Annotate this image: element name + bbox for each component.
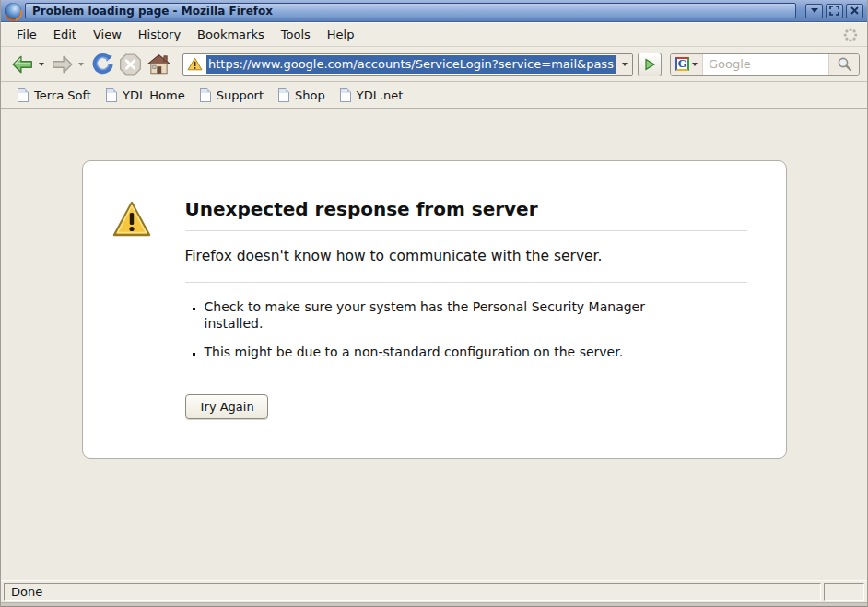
- maximize-button[interactable]: [826, 4, 843, 18]
- chevron-down-icon: [622, 63, 628, 66]
- bookmark-label: Support: [217, 88, 264, 102]
- home-icon: [147, 53, 171, 76]
- warning-triangle-icon: [111, 200, 152, 242]
- page-content: Unexpected response from server Firefox …: [1, 109, 867, 580]
- navigation-toolbar: https://www.google.com/accounts/ServiceL…: [1, 47, 867, 82]
- forward-arrow-icon: [50, 53, 75, 76]
- bookmark-label: Shop: [295, 88, 325, 102]
- url-text-selected: https://www.google.com/accounts/ServiceL…: [206, 55, 616, 74]
- error-card: Unexpected response from server Firefox …: [82, 160, 787, 459]
- reload-button[interactable]: [88, 51, 116, 78]
- chevron-down-icon: [692, 63, 698, 66]
- bookmark-terra-soft[interactable]: Terra Soft: [10, 86, 99, 105]
- menu-help[interactable]: Help: [319, 25, 363, 44]
- go-button[interactable]: [638, 53, 662, 76]
- maximize-icon: [829, 6, 839, 16]
- menubar: File Edit View History Bookmarks Tools H…: [1, 22, 867, 47]
- bookmark-label: YDL Home: [123, 88, 185, 102]
- minimize-button[interactable]: [805, 4, 823, 18]
- window-title: Problem loading page - Mozilla Firefox: [25, 3, 796, 18]
- search-submit-button[interactable]: [828, 54, 859, 75]
- go-arrow-icon: [642, 57, 657, 72]
- minimize-icon: [809, 6, 820, 15]
- back-button[interactable]: [8, 51, 37, 78]
- home-button[interactable]: [145, 51, 173, 78]
- search-box: G: [670, 53, 860, 76]
- menu-history[interactable]: History: [130, 25, 189, 44]
- bookmarks-toolbar: Terra Soft YDL Home Support Shop YDL.net: [1, 82, 867, 109]
- stop-button[interactable]: [116, 51, 145, 78]
- bookmark-ydl-net[interactable]: YDL.net: [333, 86, 411, 105]
- menu-tools[interactable]: Tools: [273, 25, 319, 44]
- bookmark-label: Terra Soft: [34, 88, 91, 102]
- firefox-logo-icon: [5, 3, 21, 19]
- try-again-button[interactable]: Try Again: [185, 394, 268, 419]
- status-bar: Done: [1, 580, 867, 602]
- error-body: Unexpected response from server Firefox …: [185, 161, 747, 419]
- throbber-icon: [843, 28, 860, 42]
- bookmark-ydl-home[interactable]: YDL Home: [99, 86, 193, 105]
- bookmark-page-icon: [340, 88, 351, 102]
- titlebar[interactable]: Problem loading page - Mozilla Firefox: [1, 0, 867, 22]
- bookmark-support[interactable]: Support: [193, 86, 271, 105]
- search-icon: [837, 56, 852, 72]
- error-description: Firefox doesn't know how to communicate …: [185, 248, 747, 283]
- window-frame-bottom: [1, 602, 867, 607]
- forward-button[interactable]: [48, 51, 76, 78]
- list-item: Check to make sure your system has the P…: [205, 299, 693, 333]
- window-controls: [805, 4, 863, 18]
- browser-window: Problem loading page - Mozilla Firefox F…: [0, 0, 868, 607]
- search-input[interactable]: [703, 57, 828, 71]
- url-history-dropdown[interactable]: [616, 54, 632, 75]
- search-engine-selector[interactable]: G: [671, 54, 703, 75]
- error-heading: Unexpected response from server: [185, 198, 747, 231]
- menu-file[interactable]: File: [8, 25, 45, 44]
- forward-dropdown[interactable]: [78, 63, 84, 66]
- bookmark-page-icon: [106, 88, 117, 102]
- url-bar[interactable]: https://www.google.com/accounts/ServiceL…: [182, 53, 633, 76]
- security-warning-icon: [183, 57, 206, 71]
- menu-bookmarks[interactable]: Bookmarks: [189, 25, 273, 44]
- stop-icon: [118, 53, 143, 76]
- bookmark-shop[interactable]: Shop: [271, 86, 333, 105]
- bookmark-page-icon: [18, 88, 29, 102]
- bookmark-label: YDL.net: [357, 88, 404, 102]
- bookmark-page-icon: [200, 88, 211, 102]
- menu-edit[interactable]: Edit: [45, 25, 85, 44]
- reload-icon: [89, 53, 114, 76]
- google-logo-icon: G: [675, 57, 689, 71]
- close-icon: [850, 6, 860, 16]
- close-button[interactable]: [846, 4, 863, 18]
- menu-view[interactable]: View: [85, 25, 130, 44]
- back-dropdown[interactable]: [39, 63, 44, 66]
- list-item: This might be due to a non-standard conf…: [205, 344, 693, 361]
- resize-grip[interactable]: [824, 583, 864, 601]
- status-text: Done: [4, 583, 821, 601]
- error-suggestions-list: Check to make sure your system has the P…: [185, 299, 747, 361]
- back-arrow-icon: [10, 53, 35, 76]
- bookmark-page-icon: [278, 88, 289, 102]
